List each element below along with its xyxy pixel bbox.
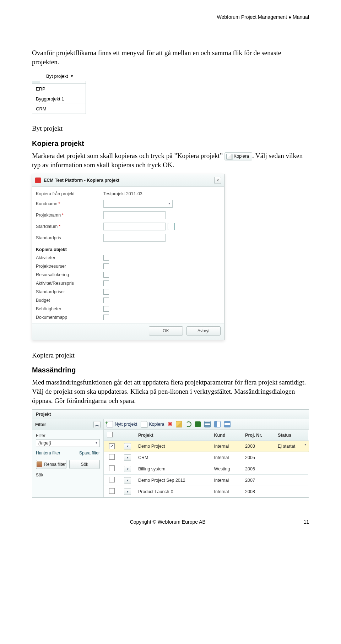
switch-project-item[interactable]: ERP	[32, 84, 86, 94]
clear-filter-button[interactable]: Rensa filter	[36, 460, 66, 469]
edit-button[interactable]	[176, 421, 182, 427]
col-status[interactable]: Status	[275, 430, 308, 441]
cell-customer: Internal	[211, 486, 243, 497]
switch-project-item[interactable]: CRM	[32, 104, 86, 114]
row-checkbox[interactable]	[109, 477, 115, 482]
delete-button[interactable]: ✖	[168, 422, 172, 427]
row-menu-button[interactable]: ▾	[124, 489, 131, 495]
row-menu-button[interactable]: ▾	[124, 443, 131, 449]
cancel-button[interactable]: Avbryt	[186, 326, 221, 335]
cell-status	[275, 452, 308, 463]
chk-label: Dokumentmapp	[36, 315, 103, 320]
chk-label: Aktivitet/Resurspris	[36, 281, 103, 286]
chk-label: Resursallokering	[36, 272, 103, 277]
row-menu-button[interactable]: ▾	[124, 477, 131, 484]
filter-header: Filter	[35, 422, 46, 427]
new-project-button[interactable]: Nytt projekt	[107, 421, 137, 427]
table-row[interactable]: ▾Demo Project Sep 2012Internal2007	[104, 475, 309, 486]
cell-project: Product Launch X	[135, 486, 211, 497]
gantt-icon	[214, 421, 221, 427]
row-checkbox[interactable]	[109, 454, 115, 460]
cell-status: Ej startat	[275, 441, 308, 452]
chk-actresprice[interactable]	[103, 280, 109, 286]
export-excel-button[interactable]	[195, 421, 201, 427]
chk-allocation[interactable]	[103, 272, 109, 278]
filter-select[interactable]: (Inget)	[36, 439, 100, 447]
cell-projnr: 2006	[242, 463, 275, 475]
broom-icon	[37, 462, 42, 467]
sort-button[interactable]	[224, 421, 231, 427]
copy-button[interactable]: Kopiera	[141, 421, 164, 427]
chk-activities[interactable]	[103, 255, 109, 261]
projectname-input[interactable]	[103, 211, 166, 219]
table-row[interactable]: ▾Billing systemWesting2006	[104, 463, 309, 475]
plus-icon	[107, 421, 113, 427]
row-menu-button[interactable]: ▾	[124, 466, 131, 472]
startdate-input[interactable]	[103, 223, 166, 230]
chk-stdprices[interactable]	[103, 289, 109, 295]
row-checkbox[interactable]	[109, 488, 115, 494]
chk-label: Behörigheter	[36, 306, 103, 311]
project-toolbar: Nytt projekt Kopiera ✖	[104, 419, 309, 430]
row-checkbox[interactable]	[109, 465, 115, 471]
collapse-icon[interactable]: ︽	[93, 421, 101, 428]
search-button[interactable]: Sök	[69, 460, 100, 469]
cell-status	[275, 486, 308, 497]
copy-objects-header: Kopiera objekt	[36, 244, 221, 253]
page-header: Webforum Project Management ● Manual	[32, 14, 309, 20]
chk-docfolder[interactable]	[103, 315, 109, 320]
intro-paragraph: Ovanför projektflikarna finns ett menyva…	[32, 48, 309, 66]
copy-project-chip[interactable]: Kopiera	[224, 152, 252, 160]
switch-project-item[interactable]: Byggprojekt 1	[32, 94, 86, 104]
project-pane-title: Projekt	[32, 410, 309, 419]
cell-projnr: 2008	[242, 486, 275, 497]
stdprice-input[interactable]	[103, 234, 166, 242]
row-menu-button[interactable]: ▾	[124, 454, 131, 461]
chk-permissions[interactable]	[103, 306, 109, 312]
col-projnr[interactable]: Proj. Nr.	[242, 430, 275, 441]
dialog-title: ECM Test Platform - Kopiera projekt	[44, 178, 119, 183]
sort-icon	[224, 421, 231, 427]
row-checkbox[interactable]	[109, 443, 115, 449]
startdate-label: Startdatum	[36, 224, 58, 229]
cell-project: Demo Project	[135, 441, 211, 452]
manage-filter-link[interactable]: Hantera filter	[36, 451, 60, 455]
chk-label: Standardpriser	[36, 289, 103, 294]
delete-icon: ✖	[168, 422, 172, 427]
chk-budget[interactable]	[103, 298, 109, 303]
close-icon: ×	[216, 178, 219, 183]
from-project-value: Testprojekt 2011-03	[103, 191, 142, 196]
col-project[interactable]: Projekt	[135, 430, 211, 441]
calendar-icon[interactable]	[168, 223, 175, 230]
copy-chip-label: Kopiera	[234, 153, 249, 159]
save-filter-link[interactable]: Spara filter	[79, 451, 100, 455]
chk-resources[interactable]	[103, 263, 109, 269]
refresh-button[interactable]	[186, 421, 191, 427]
project-table: Projekt Kund Proj. Nr. Status ▾Demo Proj…	[104, 430, 309, 497]
copy-icon	[226, 154, 232, 159]
cell-customer: Westing	[211, 463, 243, 475]
gantt-view-button[interactable]	[214, 421, 221, 427]
grid-view-button[interactable]	[204, 421, 211, 427]
from-project-label: Kopiera från projekt	[36, 191, 103, 196]
switch-project-dropdown: Byt projekt ▼ ERP Byggprojekt 1 CRM	[32, 73, 309, 114]
switch-project-label[interactable]: Byt projekt ▼	[46, 73, 74, 79]
chk-label: Aktiviteter	[36, 255, 103, 260]
ok-button[interactable]: OK	[149, 326, 183, 335]
cell-projnr: 2003	[242, 441, 275, 452]
masschange-paragraph: Med massändringsfunktionen går det att u…	[32, 378, 309, 405]
close-button[interactable]: ×	[214, 177, 221, 184]
customer-select[interactable]	[103, 200, 173, 208]
table-row[interactable]: ▾Product Launch XInternal2008	[104, 486, 309, 497]
table-row[interactable]: ▾Demo ProjectInternal2003Ej startat	[104, 441, 309, 452]
dialog-caption: Kopiera projekt	[32, 351, 309, 360]
cell-projnr: 2005	[242, 452, 275, 463]
col-check[interactable]	[104, 430, 120, 441]
projectname-label: Projektnamn	[36, 213, 61, 218]
col-customer[interactable]: Kund	[211, 430, 243, 441]
page-number: 11	[303, 519, 309, 525]
table-row[interactable]: ▾CRMInternal2005	[104, 452, 309, 463]
project-main: Nytt projekt Kopiera ✖	[104, 419, 309, 497]
pen-icon	[176, 421, 182, 427]
copyright: Copyright © Webforum Europe AB	[32, 519, 303, 525]
